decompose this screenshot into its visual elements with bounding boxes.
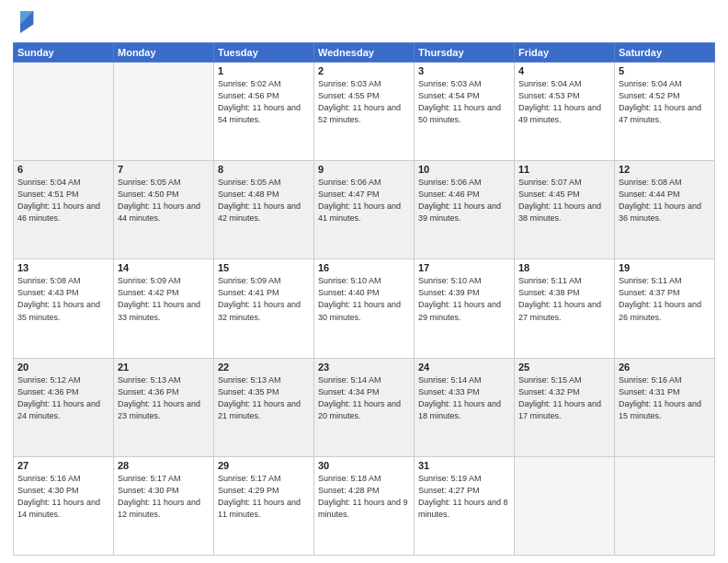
weekday-header: Tuesday [214, 43, 314, 63]
day-number: 3 [418, 65, 510, 76]
day-number: 5 [619, 65, 711, 76]
day-info: Sunrise: 5:02 AMSunset: 4:56 PMDaylight:… [218, 78, 310, 126]
day-info: Sunrise: 5:16 AMSunset: 4:30 PMDaylight:… [17, 473, 109, 521]
calendar-cell: 6Sunrise: 5:04 AMSunset: 4:51 PMDaylight… [14, 161, 114, 259]
day-number: 15 [218, 262, 310, 273]
day-info: Sunrise: 5:06 AMSunset: 4:47 PMDaylight:… [318, 177, 410, 224]
calendar-cell: 25Sunrise: 5:15 AMSunset: 4:32 PMDayligh… [515, 358, 615, 456]
day-number: 22 [218, 362, 310, 373]
day-info: Sunrise: 5:09 AMSunset: 4:41 PMDaylight:… [218, 275, 310, 323]
calendar-cell [615, 456, 715, 555]
day-number: 20 [17, 362, 109, 373]
day-info: Sunrise: 5:17 AMSunset: 4:29 PMDaylight:… [218, 473, 310, 521]
calendar-cell: 22Sunrise: 5:13 AMSunset: 4:35 PMDayligh… [214, 358, 314, 456]
calendar-cell: 11Sunrise: 5:07 AMSunset: 4:45 PMDayligh… [515, 161, 615, 259]
calendar-cell: 31Sunrise: 5:19 AMSunset: 4:27 PMDayligh… [415, 456, 515, 555]
calendar-cell: 15Sunrise: 5:09 AMSunset: 4:41 PMDayligh… [214, 259, 314, 358]
calendar-cell: 2Sunrise: 5:03 AMSunset: 4:55 PMDaylight… [314, 63, 415, 161]
day-info: Sunrise: 5:05 AMSunset: 4:48 PMDaylight:… [218, 177, 310, 224]
calendar-cell: 7Sunrise: 5:05 AMSunset: 4:50 PMDaylight… [114, 161, 214, 259]
day-number: 17 [418, 262, 510, 273]
calendar-cell: 9Sunrise: 5:06 AMSunset: 4:47 PMDaylight… [314, 161, 415, 259]
weekday-header: Thursday [415, 43, 515, 63]
weekday-header: Sunday [14, 43, 114, 63]
day-number: 24 [418, 362, 510, 373]
day-number: 7 [118, 164, 210, 175]
calendar-cell [114, 63, 214, 161]
day-number: 16 [318, 262, 410, 273]
calendar-cell: 14Sunrise: 5:09 AMSunset: 4:42 PMDayligh… [114, 259, 214, 358]
calendar-cell: 13Sunrise: 5:08 AMSunset: 4:43 PMDayligh… [14, 259, 114, 358]
day-number: 9 [318, 164, 410, 175]
day-info: Sunrise: 5:15 AMSunset: 4:32 PMDaylight:… [518, 374, 610, 422]
calendar-cell: 16Sunrise: 5:10 AMSunset: 4:40 PMDayligh… [314, 259, 415, 358]
calendar-cell: 21Sunrise: 5:13 AMSunset: 4:36 PMDayligh… [114, 358, 214, 456]
day-number: 2 [318, 65, 410, 76]
calendar-cell: 29Sunrise: 5:17 AMSunset: 4:29 PMDayligh… [214, 456, 314, 555]
day-number: 21 [118, 362, 210, 373]
calendar-cell: 17Sunrise: 5:10 AMSunset: 4:39 PMDayligh… [415, 259, 515, 358]
day-info: Sunrise: 5:16 AMSunset: 4:31 PMDaylight:… [619, 374, 711, 422]
day-info: Sunrise: 5:04 AMSunset: 4:51 PMDaylight:… [17, 177, 109, 224]
day-info: Sunrise: 5:04 AMSunset: 4:52 PMDaylight:… [619, 78, 711, 126]
calendar-table: SundayMondayTuesdayWednesdayThursdayFrid… [13, 42, 715, 556]
day-info: Sunrise: 5:12 AMSunset: 4:36 PMDaylight:… [17, 374, 109, 422]
weekday-header: Saturday [615, 43, 715, 63]
day-number: 11 [518, 164, 610, 175]
calendar-cell: 10Sunrise: 5:06 AMSunset: 4:46 PMDayligh… [415, 161, 515, 259]
day-number: 6 [17, 164, 109, 175]
day-number: 14 [118, 262, 210, 273]
calendar-cell: 19Sunrise: 5:11 AMSunset: 4:37 PMDayligh… [615, 259, 715, 358]
weekday-header: Friday [515, 43, 615, 63]
day-info: Sunrise: 5:06 AMSunset: 4:46 PMDaylight:… [418, 177, 510, 224]
page: SundayMondayTuesdayWednesdayThursdayFrid… [0, 0, 728, 563]
calendar-cell: 12Sunrise: 5:08 AMSunset: 4:44 PMDayligh… [615, 161, 715, 259]
day-number: 27 [17, 460, 109, 471]
calendar-cell: 23Sunrise: 5:14 AMSunset: 4:34 PMDayligh… [314, 358, 415, 456]
day-number: 8 [218, 164, 310, 175]
calendar-cell: 20Sunrise: 5:12 AMSunset: 4:36 PMDayligh… [14, 358, 114, 456]
weekday-header: Wednesday [314, 43, 415, 63]
day-info: Sunrise: 5:14 AMSunset: 4:33 PMDaylight:… [418, 374, 510, 422]
logo [13, 9, 39, 35]
day-number: 29 [218, 460, 310, 471]
calendar-cell: 4Sunrise: 5:04 AMSunset: 4:53 PMDaylight… [515, 63, 615, 161]
day-info: Sunrise: 5:11 AMSunset: 4:37 PMDaylight:… [619, 275, 711, 323]
calendar-cell: 3Sunrise: 5:03 AMSunset: 4:54 PMDaylight… [415, 63, 515, 161]
header [13, 9, 715, 35]
calendar-cell: 1Sunrise: 5:02 AMSunset: 4:56 PMDaylight… [214, 63, 314, 161]
day-info: Sunrise: 5:19 AMSunset: 4:27 PMDaylight:… [418, 473, 510, 521]
day-info: Sunrise: 5:17 AMSunset: 4:30 PMDaylight:… [118, 473, 210, 521]
day-number: 19 [619, 262, 711, 273]
calendar-cell: 24Sunrise: 5:14 AMSunset: 4:33 PMDayligh… [415, 358, 515, 456]
calendar-cell: 5Sunrise: 5:04 AMSunset: 4:52 PMDaylight… [615, 63, 715, 161]
day-info: Sunrise: 5:03 AMSunset: 4:55 PMDaylight:… [318, 78, 410, 126]
day-number: 10 [418, 164, 510, 175]
day-info: Sunrise: 5:14 AMSunset: 4:34 PMDaylight:… [318, 374, 410, 422]
calendar-cell [515, 456, 615, 555]
calendar-cell: 27Sunrise: 5:16 AMSunset: 4:30 PMDayligh… [14, 456, 114, 555]
calendar-cell: 26Sunrise: 5:16 AMSunset: 4:31 PMDayligh… [615, 358, 715, 456]
day-info: Sunrise: 5:13 AMSunset: 4:36 PMDaylight:… [118, 374, 210, 422]
calendar-cell [14, 63, 114, 161]
calendar-cell: 28Sunrise: 5:17 AMSunset: 4:30 PMDayligh… [114, 456, 214, 555]
day-number: 30 [318, 460, 410, 471]
day-info: Sunrise: 5:13 AMSunset: 4:35 PMDaylight:… [218, 374, 310, 422]
calendar-cell: 8Sunrise: 5:05 AMSunset: 4:48 PMDaylight… [214, 161, 314, 259]
day-number: 4 [518, 65, 610, 76]
day-info: Sunrise: 5:04 AMSunset: 4:53 PMDaylight:… [518, 78, 610, 126]
day-number: 31 [418, 460, 510, 471]
day-number: 1 [218, 65, 310, 76]
day-info: Sunrise: 5:08 AMSunset: 4:43 PMDaylight:… [17, 275, 109, 323]
day-info: Sunrise: 5:10 AMSunset: 4:39 PMDaylight:… [418, 275, 510, 323]
day-info: Sunrise: 5:18 AMSunset: 4:28 PMDaylight:… [318, 473, 410, 521]
day-number: 12 [619, 164, 711, 175]
day-info: Sunrise: 5:05 AMSunset: 4:50 PMDaylight:… [118, 177, 210, 224]
calendar-cell: 18Sunrise: 5:11 AMSunset: 4:38 PMDayligh… [515, 259, 615, 358]
day-number: 18 [518, 262, 610, 273]
day-info: Sunrise: 5:11 AMSunset: 4:38 PMDaylight:… [518, 275, 610, 323]
day-number: 25 [518, 362, 610, 373]
day-number: 28 [118, 460, 210, 471]
day-info: Sunrise: 5:08 AMSunset: 4:44 PMDaylight:… [619, 177, 711, 224]
logo-icon [13, 9, 35, 35]
